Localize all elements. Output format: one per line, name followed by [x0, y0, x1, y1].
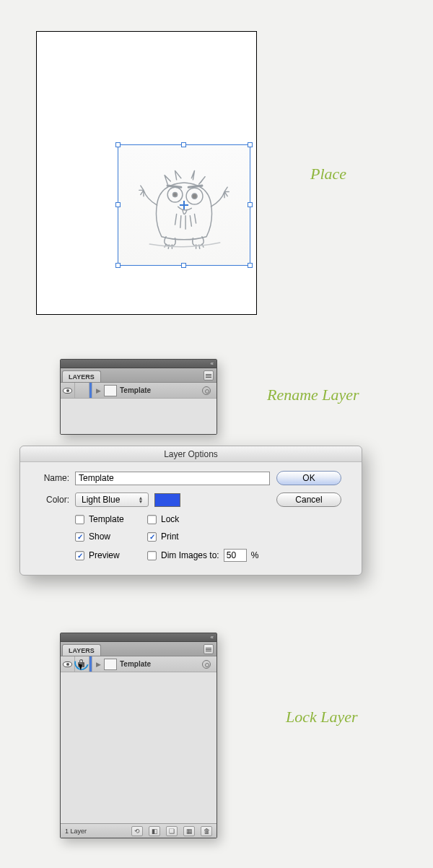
dim-percent: %	[251, 550, 259, 560]
visibility-toggle[interactable]	[61, 383, 75, 398]
collapse-icon[interactable]: «	[211, 360, 214, 367]
template-checkbox[interactable]: Template	[75, 514, 147, 524]
panel-body	[61, 672, 216, 823]
panel-footer: 1 Layer ⟲ ◧ ❏ ▦ 🗑	[61, 823, 216, 838]
resize-handle[interactable]	[115, 202, 121, 207]
layer-thumbnail	[104, 385, 117, 396]
collapse-icon[interactable]: «	[211, 634, 214, 641]
dialog-title: Layer Options	[20, 446, 362, 462]
color-swatch[interactable]	[154, 493, 180, 507]
artboard	[36, 31, 257, 315]
layer-name-label[interactable]: Template	[120, 660, 202, 668]
layers-panel: « LAYERS ▶ Template	[60, 359, 217, 435]
panel-header[interactable]: «	[61, 633, 216, 642]
resize-handle[interactable]	[181, 263, 186, 268]
delete-layer-button[interactable]: 🗑	[201, 826, 212, 836]
color-select[interactable]: Light Blue ▲▼	[75, 492, 149, 507]
lock-toggle[interactable]	[75, 383, 89, 398]
checkbox-checked-icon: ✓	[75, 551, 84, 560]
resize-handle[interactable]	[181, 142, 186, 147]
ok-button[interactable]: OK	[276, 471, 341, 485]
panel-header[interactable]: «	[61, 360, 216, 368]
resize-handle[interactable]	[248, 142, 253, 147]
target-icon[interactable]	[202, 386, 211, 395]
tab-layers[interactable]: LAYERS	[62, 644, 101, 656]
dim-input[interactable]	[224, 549, 247, 562]
svg-point-3	[192, 194, 197, 199]
lock-checkbox[interactable]: Lock	[147, 514, 271, 524]
disclosure-triangle-icon[interactable]: ▶	[92, 387, 104, 394]
resize-handle[interactable]	[248, 263, 253, 268]
label-rename: Rename Layer	[267, 386, 359, 404]
locate-object-button[interactable]: ⟲	[131, 826, 143, 836]
name-label: Name:	[30, 473, 69, 483]
preview-checkbox[interactable]: ✓Preview	[75, 549, 147, 562]
placed-image-bounding-box[interactable]	[118, 144, 250, 266]
target-icon[interactable]	[202, 660, 211, 669]
layer-options-dialog: Layer Options Name: OK Color: Light Blue…	[19, 446, 362, 576]
resize-handle[interactable]	[115, 142, 121, 147]
checkbox-checked-icon: ✓	[147, 532, 157, 542]
eye-icon	[63, 388, 72, 394]
print-checkbox[interactable]: ✓Print	[147, 531, 271, 542]
eye-icon	[63, 661, 72, 667]
layer-row[interactable]: ▶ Template	[61, 656, 216, 672]
cancel-button[interactable]: Cancel	[276, 492, 341, 507]
disclosure-triangle-icon[interactable]: ▶	[92, 661, 104, 668]
layer-name-label[interactable]: Template	[120, 386, 202, 394]
checkbox-checked-icon: ✓	[75, 532, 84, 542]
make-clipping-button[interactable]: ◧	[149, 826, 160, 836]
layer-row[interactable]: ▶ Template	[61, 383, 216, 399]
svg-point-1	[172, 192, 177, 196]
visibility-toggle[interactable]	[61, 656, 75, 672]
resize-handle[interactable]	[248, 202, 253, 207]
checkbox-icon	[147, 551, 157, 560]
new-sublayer-button[interactable]: ❏	[166, 826, 178, 836]
color-select-value: Light Blue	[82, 495, 120, 505]
label-lock: Lock Layer	[286, 708, 358, 726]
select-arrows-icon: ▲▼	[136, 496, 145, 503]
checkbox-icon	[147, 515, 157, 524]
layer-count: 1 Layer	[65, 828, 87, 835]
panel-menu-button[interactable]	[204, 370, 214, 381]
dim-checkbox[interactable]: Dim Images to:	[147, 550, 219, 560]
panel-tabs: LAYERS	[61, 368, 216, 383]
layer-thumbnail	[104, 659, 117, 670]
layers-panel: « LAYERS ▶ Template 1 Layer ⟲ ◧ ❏ ▦ 🗑	[60, 633, 217, 838]
show-checkbox[interactable]: ✓Show	[75, 531, 147, 542]
center-cross-icon	[180, 201, 188, 209]
panel-tabs: LAYERS	[61, 642, 216, 656]
panel-menu-button[interactable]	[204, 644, 214, 654]
checkbox-icon	[75, 515, 84, 524]
resize-handle[interactable]	[115, 263, 121, 268]
lock-toggle[interactable]	[75, 656, 89, 672]
new-layer-button[interactable]: ▦	[183, 826, 195, 836]
label-place: Place	[310, 165, 346, 183]
color-label: Color:	[30, 495, 69, 505]
tab-layers[interactable]: LAYERS	[62, 370, 101, 382]
name-input[interactable]	[75, 472, 270, 485]
panel-body	[61, 399, 216, 434]
